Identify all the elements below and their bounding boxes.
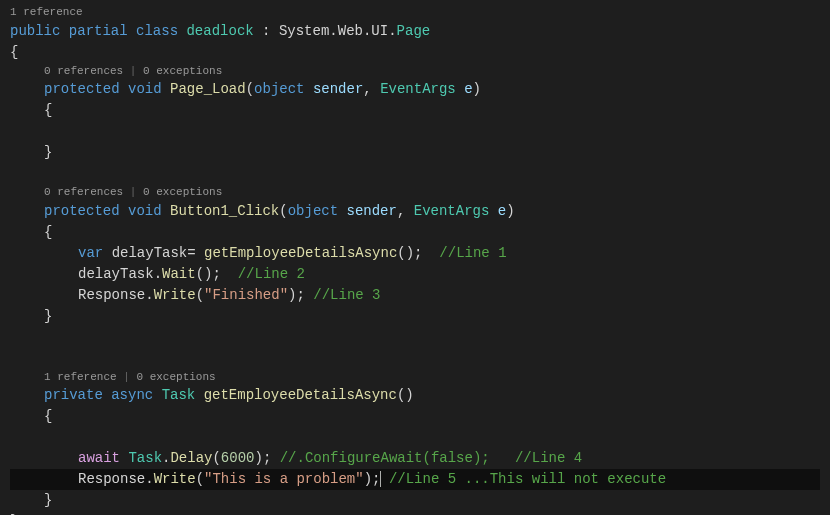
param-e: e <box>498 203 506 219</box>
code-line[interactable]: } <box>10 511 820 515</box>
method-pageload: Page_Load <box>170 81 246 97</box>
call-write: Write <box>154 287 196 303</box>
keyword-public: public <box>10 23 60 39</box>
call-getemployee: getEmployeeDetailsAsync <box>204 245 397 261</box>
call-delay: Delay <box>170 450 212 466</box>
brace-open: { <box>44 102 52 118</box>
code-line[interactable]: } <box>10 490 820 511</box>
code-line[interactable]: protected void Page_Load(object sender, … <box>10 79 820 100</box>
code-line[interactable]: } <box>10 306 820 327</box>
type-task: Task <box>128 450 162 466</box>
keyword-private: private <box>44 387 103 403</box>
string-problem: "This is a problem" <box>204 471 364 487</box>
brace-open: { <box>44 408 52 424</box>
brace-close: } <box>44 308 52 324</box>
code-line-current[interactable]: Response.Write("This is a problem"); //L… <box>10 469 820 490</box>
type-eventargs: EventArgs <box>414 203 490 219</box>
brace-close: } <box>44 144 52 160</box>
codelens-class[interactable]: 1 reference <box>10 4 820 21</box>
param-sender: sender <box>313 81 363 97</box>
comment-line4: //.ConfigureAwait(false); //Line 4 <box>280 450 582 466</box>
blank-line <box>10 163 820 184</box>
type-system: System <box>279 23 329 39</box>
var-delaytask: delayTask <box>112 245 188 261</box>
type-eventargs: EventArgs <box>380 81 456 97</box>
code-line[interactable]: var delayTask= getEmployeeDetailsAsync()… <box>10 243 820 264</box>
type-task: Task <box>162 387 196 403</box>
prop-response: Response <box>78 287 145 303</box>
codelens-exceptions[interactable]: 0 exceptions <box>136 371 215 383</box>
code-line[interactable]: { <box>10 42 820 63</box>
keyword-await: await <box>78 450 120 466</box>
comment-line1: //Line 1 <box>439 245 506 261</box>
keyword-void: void <box>128 81 162 97</box>
code-line[interactable]: private async Task getEmployeeDetailsAsy… <box>10 385 820 406</box>
codelens-refs[interactable]: 0 references <box>44 65 123 77</box>
type-page: Page <box>397 23 431 39</box>
code-line[interactable]: await Task.Delay(6000); //.ConfigureAwai… <box>10 448 820 469</box>
brace-close: } <box>44 492 52 508</box>
comment-line3: //Line 3 <box>313 287 380 303</box>
codelens-refs[interactable]: 1 reference <box>44 371 117 383</box>
type-deadlock: deadlock <box>186 23 253 39</box>
prop-response: Response <box>78 471 145 487</box>
call-wait: Wait <box>162 266 196 282</box>
blank-line <box>10 427 820 448</box>
keyword-object: object <box>288 203 338 219</box>
brace-open: { <box>10 44 18 60</box>
keyword-var: var <box>78 245 103 261</box>
code-line[interactable]: } <box>10 142 820 163</box>
var-delaytask: delayTask <box>78 266 154 282</box>
code-line[interactable]: { <box>10 100 820 121</box>
codelens-pageload[interactable]: 0 references | 0 exceptions <box>10 63 820 80</box>
method-getemployee: getEmployeeDetailsAsync <box>204 387 397 403</box>
codelens-getemp[interactable]: 1 reference | 0 exceptions <box>10 369 820 386</box>
code-line[interactable]: Response.Write("Finished"); //Line 3 <box>10 285 820 306</box>
comment-line5: //Line 5 ...This will not execute <box>389 471 666 487</box>
method-button1click: Button1_Click <box>170 203 279 219</box>
keyword-partial: partial <box>69 23 128 39</box>
keyword-void: void <box>128 203 162 219</box>
codelens-refs[interactable]: 0 references <box>44 186 123 198</box>
call-write: Write <box>154 471 196 487</box>
code-line[interactable]: { <box>10 222 820 243</box>
param-sender: sender <box>347 203 397 219</box>
type-ui: UI <box>371 23 388 39</box>
type-web: Web <box>338 23 363 39</box>
comment-line2: //Line 2 <box>238 266 305 282</box>
keyword-class: class <box>136 23 178 39</box>
keyword-async: async <box>111 387 153 403</box>
codelens-exceptions[interactable]: 0 exceptions <box>143 65 222 77</box>
keyword-protected: protected <box>44 203 120 219</box>
keyword-protected: protected <box>44 81 120 97</box>
brace-open: { <box>44 224 52 240</box>
blank-line <box>10 121 820 142</box>
keyword-object: object <box>254 81 304 97</box>
codelens-refs[interactable]: 1 reference <box>10 6 83 18</box>
blank-line <box>10 327 820 348</box>
code-line[interactable]: delayTask.Wait(); //Line 2 <box>10 264 820 285</box>
codelens-button1[interactable]: 0 references | 0 exceptions <box>10 184 820 201</box>
blank-line <box>10 348 820 369</box>
codelens-exceptions[interactable]: 0 exceptions <box>143 186 222 198</box>
param-e: e <box>464 81 472 97</box>
code-line[interactable]: { <box>10 406 820 427</box>
code-line[interactable]: public partial class deadlock : System.W… <box>10 21 820 42</box>
code-line[interactable]: protected void Button1_Click(object send… <box>10 201 820 222</box>
number-delay: 6000 <box>221 450 255 466</box>
string-finished: "Finished" <box>204 287 288 303</box>
